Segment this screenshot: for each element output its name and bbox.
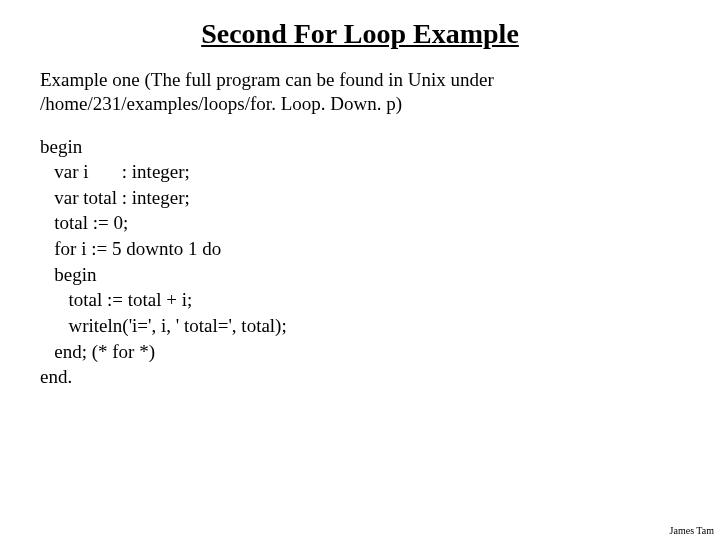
intro-line-1: Example one (The full program can be fou…: [40, 69, 494, 90]
intro-line-2: /home/231/examples/loops/for. Loop. Down…: [40, 93, 402, 114]
intro-paragraph: Example one (The full program can be fou…: [40, 68, 680, 116]
code-block: begin var i : integer; var total : integ…: [40, 134, 680, 390]
footer-author: James Tam: [670, 525, 714, 536]
slide-title: Second For Loop Example: [40, 18, 680, 50]
slide: Second For Loop Example Example one (The…: [0, 0, 720, 390]
